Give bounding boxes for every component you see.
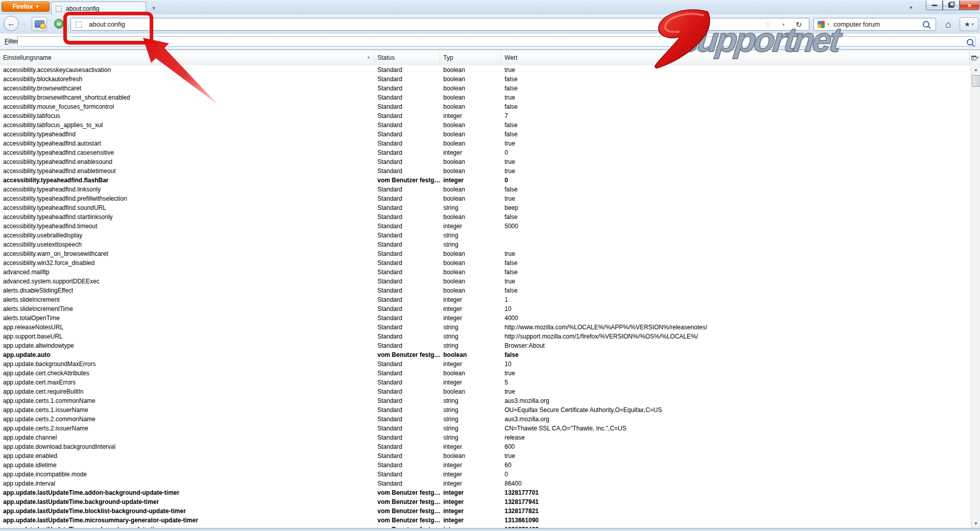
cell-wert: http://support.mozilla.com/1/firefox/%VE… bbox=[501, 332, 971, 341]
cell-typ: string bbox=[440, 415, 501, 424]
cell-status: Standard bbox=[374, 387, 440, 396]
cell-name: accessibility.typeaheadfind.prefillwiths… bbox=[0, 194, 374, 203]
table-row[interactable]: accessibility.typeaheadfind.startlinkson… bbox=[0, 212, 971, 222]
table-row[interactable]: accessibility.tabfocus_applies_to_xulSta… bbox=[0, 120, 971, 130]
sort-ascending-icon: ▲ bbox=[367, 55, 370, 59]
table-row[interactable]: accessibility.usebrailledisplayStandards… bbox=[0, 231, 971, 240]
scroll-up-button[interactable]: ▲ bbox=[971, 65, 980, 74]
table-row[interactable]: alerts.slideIncrementTimeStandardinteger… bbox=[0, 304, 971, 313]
table-row[interactable]: app.update.lastUpdateTime.addon-backgrou… bbox=[0, 488, 971, 497]
table-row[interactable]: accessibility.typeaheadfind.enabletimeou… bbox=[0, 166, 971, 176]
addon-m-icon[interactable]: M bbox=[54, 19, 64, 29]
table-row[interactable]: accessibility.typeaheadfind.autostartSta… bbox=[0, 139, 971, 148]
cell-wert: CN=Thawte SSL CA,O="Thawte, Inc.",C=US bbox=[501, 424, 971, 433]
cell-wert: true bbox=[501, 157, 971, 166]
table-row[interactable]: accessibility.tabfocusStandardinteger7 bbox=[0, 111, 971, 120]
scroll-down-icon: ▼ bbox=[974, 521, 978, 526]
table-row[interactable]: app.update.certs.2.issuerNameStandardstr… bbox=[0, 424, 971, 433]
table-row[interactable]: app.update.channelStandardstringrelease bbox=[0, 433, 971, 442]
table-row[interactable]: app.update.download.backgroundIntervalSt… bbox=[0, 442, 971, 451]
table-row[interactable]: app.update.certs.1.issuerNameStandardstr… bbox=[0, 405, 971, 415]
cell-status: Standard bbox=[374, 194, 440, 203]
cell-status: Standard bbox=[374, 185, 440, 194]
table-row[interactable]: accessibility.typeaheadfind.prefillwiths… bbox=[0, 194, 971, 203]
column-header-status[interactable]: Status bbox=[374, 50, 440, 65]
table-row[interactable]: accessibility.warn_on_browsewithcaretSta… bbox=[0, 249, 971, 258]
table-row[interactable]: accessibility.win32.force_disabledStanda… bbox=[0, 258, 971, 268]
cell-typ: boolean bbox=[440, 258, 501, 268]
table-row[interactable]: alerts.disableSlidingEffectStandardboole… bbox=[0, 286, 971, 295]
column-picker-button[interactable]: ▾ bbox=[969, 50, 980, 65]
cell-wert: Browser:About bbox=[501, 341, 971, 350]
cell-wert: 1328177941 bbox=[501, 497, 971, 506]
cell-typ: boolean bbox=[440, 369, 501, 378]
table-row[interactable]: app.releaseNotesURLStandardstringhttp://… bbox=[0, 323, 971, 332]
bookmarks-button[interactable]: ★ ▾ bbox=[960, 17, 978, 31]
cell-name: app.update.backgroundMaxErrors bbox=[0, 359, 374, 369]
table-row[interactable]: accessibility.typeaheadfind.soundURLStan… bbox=[0, 203, 971, 212]
table-row[interactable]: alerts.slideIncrementStandardinteger1 bbox=[0, 295, 971, 304]
cell-wert: 4000 bbox=[501, 313, 971, 323]
table-row[interactable]: app.update.cert.checkAttributesStandardb… bbox=[0, 369, 971, 378]
cell-name: app.update.cert.requireBuiltIn bbox=[0, 387, 374, 396]
table-row[interactable]: accessibility.typeaheadfind.linksonlySta… bbox=[0, 185, 971, 194]
cell-typ: boolean bbox=[440, 194, 501, 203]
table-row[interactable]: advanced.mailftpStandardbooleanfalse bbox=[0, 268, 971, 277]
close-icon: × bbox=[968, 2, 972, 9]
table-row[interactable]: advanced.system.supportDDEExecStandardbo… bbox=[0, 277, 971, 286]
table-row[interactable]: app.update.cert.requireBuiltInStandardbo… bbox=[0, 387, 971, 396]
cell-status: Standard bbox=[374, 442, 440, 451]
table-row[interactable]: app.update.certs.2.commonNameStandardstr… bbox=[0, 415, 971, 424]
minimize-button[interactable] bbox=[926, 1, 943, 10]
cell-wert: 1313661090 bbox=[501, 516, 971, 525]
cell-typ: boolean bbox=[440, 102, 501, 111]
table-row[interactable]: app.update.enabledStandardbooleantrue bbox=[0, 451, 971, 461]
cell-status: Standard bbox=[374, 277, 440, 286]
table-row[interactable]: alerts.totalOpenTimeStandardinteger4000 bbox=[0, 313, 971, 323]
table-row[interactable]: app.update.lastUpdateTime.background-upd… bbox=[0, 497, 971, 506]
table-row[interactable]: app.update.backgroundMaxErrorsStandardin… bbox=[0, 359, 971, 369]
new-tab-button[interactable]: + bbox=[148, 4, 159, 12]
home-button[interactable]: ⌂ bbox=[940, 18, 957, 31]
table-row[interactable]: app.support.baseURLStandardstringhttp://… bbox=[0, 332, 971, 341]
table-row[interactable]: accessibility.typeaheadfind.timeoutStand… bbox=[0, 222, 971, 231]
table-row[interactable]: app.update.incompatible.modeStandardinte… bbox=[0, 470, 971, 479]
table-row[interactable]: accessibility.usetexttospeechStandardstr… bbox=[0, 240, 971, 249]
vertical-scrollbar[interactable]: ▲ ▼ bbox=[971, 65, 980, 528]
cell-status: Standard bbox=[374, 240, 440, 249]
scroll-down-button[interactable]: ▼ bbox=[971, 519, 980, 528]
table-row[interactable]: app.update.certs.1.commonNameStandardstr… bbox=[0, 396, 971, 405]
table-row[interactable]: app.update.intervalStandardinteger86400 bbox=[0, 479, 971, 488]
table-row[interactable]: app.update.autovom Benutzer festg…boolea… bbox=[0, 350, 971, 359]
table-row[interactable]: app.update.lastUpdateTime.blocklist-back… bbox=[0, 506, 971, 516]
cell-wert: false bbox=[501, 84, 971, 93]
cell-wert: true bbox=[501, 65, 971, 75]
list-all-tabs-icon[interactable]: ▾ bbox=[907, 4, 915, 10]
bookmarks-star-icon: ★ bbox=[964, 20, 970, 28]
cell-wert: 0 bbox=[501, 470, 971, 479]
back-button[interactable]: ← bbox=[4, 16, 19, 31]
forward-button[interactable]: → bbox=[18, 19, 29, 28]
cell-name: accessibility.typeaheadfind.enablesound bbox=[0, 157, 374, 166]
table-row[interactable]: app.update.altwindowtypeStandardstringBr… bbox=[0, 341, 971, 350]
cell-status: Standard bbox=[374, 157, 440, 166]
close-button[interactable]: × bbox=[960, 1, 979, 10]
table-row[interactable]: accessibility.typeaheadfind.casesensitiv… bbox=[0, 148, 971, 157]
table-row[interactable]: accessibility.typeaheadfind.enablesoundS… bbox=[0, 157, 971, 166]
table-row[interactable]: app.update.cert.maxErrorsStandardinteger… bbox=[0, 378, 971, 387]
cell-status: vom Benutzer festg… bbox=[374, 350, 440, 359]
cell-wert: true bbox=[501, 249, 971, 258]
restore-button[interactable] bbox=[943, 1, 960, 10]
cell-wert: false bbox=[501, 212, 971, 222]
firefox-menu-button[interactable]: Firefox ▾ bbox=[2, 2, 50, 12]
cell-typ: boolean bbox=[440, 139, 501, 148]
column-header-typ[interactable]: Typ bbox=[440, 50, 501, 65]
cell-name: alerts.slideIncrement bbox=[0, 295, 374, 304]
session-tool-button[interactable] bbox=[32, 17, 47, 31]
table-row[interactable]: app.update.idletimeStandardinteger60 bbox=[0, 461, 971, 470]
table-row[interactable]: app.update.lastUpdateTime.microsummary-g… bbox=[0, 516, 971, 525]
search-icon[interactable] bbox=[923, 21, 929, 28]
table-row[interactable]: accessibility.typeaheadfindStandardboole… bbox=[0, 130, 971, 139]
scrollbar-thumb[interactable] bbox=[972, 75, 980, 87]
table-row[interactable]: accessibility.typeaheadfind.flashBarvom … bbox=[0, 176, 971, 185]
